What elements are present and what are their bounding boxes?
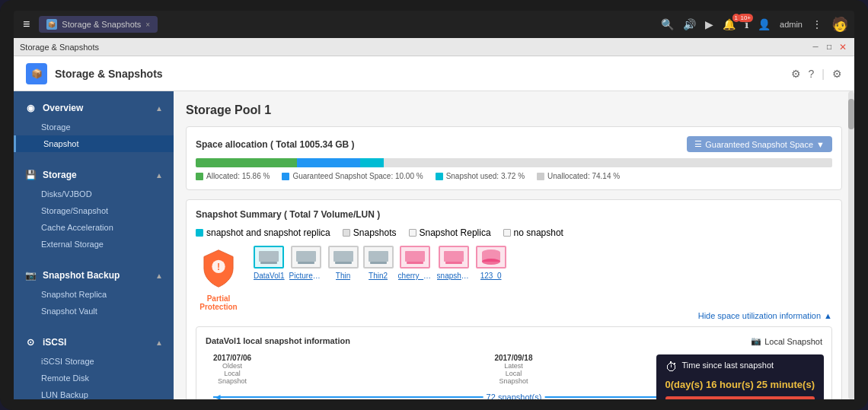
admin-label[interactable]: admin — [780, 20, 803, 29]
header-help-icon[interactable]: ? — [809, 68, 815, 80]
more-options-icon[interactable]: ⋮ — [812, 18, 822, 30]
window-titlebar: Storage & Snapshots ─ □ ✕ — [14, 38, 854, 56]
volume-item-picture[interactable]: Picture_... — [289, 246, 324, 280]
oldest-date-block: 2017/07/06 Oldest Local Snapshot — [213, 354, 251, 385]
minimize-button[interactable]: ─ — [810, 42, 821, 52]
latest-sub: Local — [494, 370, 532, 377]
bell-badge-container[interactable]: 🔔 1 — [723, 18, 736, 30]
volume-item-thin2[interactable]: Thin2 — [363, 246, 394, 280]
legend-unallocated-dot — [537, 173, 544, 180]
volume-item-cherry[interactable]: cherry_V... — [398, 246, 432, 280]
sidebar-item-lunbackup[interactable]: LUN Backup — [14, 386, 174, 399]
sidebar-item-remotedisk[interactable]: Remote Disk — [14, 370, 174, 386]
app-window: Storage & Snapshots ─ □ ✕ 📦 Storage & Sn… — [14, 38, 854, 399]
user-icon[interactable]: 👤 — [758, 18, 771, 30]
maximize-button[interactable]: □ — [824, 42, 834, 52]
no-snapshot-text: no snapshot — [514, 227, 563, 238]
sidebar-group-snapshotbackup[interactable]: 📷 Snapshot Backup ▲ — [14, 265, 174, 286]
legend-snapshot-used-dot — [436, 173, 443, 180]
volume-icon-picture — [291, 246, 321, 269]
snapshotbackup-icon: 📷 — [24, 269, 37, 281]
disk-icon-2 — [295, 249, 318, 265]
svg-rect-2 — [259, 251, 279, 262]
guaranteed-snapshot-button[interactable]: ☰ Guaranteed Snapshot Space ▼ — [687, 136, 832, 152]
latest-label: Latest — [494, 362, 532, 370]
volume-item-123[interactable]: 123_0 — [476, 246, 506, 280]
tooltip-header: ⏱ Time since last snapshot — [665, 361, 815, 374]
svg-point-16 — [482, 259, 500, 265]
snapshot-used-segment — [360, 158, 384, 167]
space-progress-bar — [196, 158, 832, 167]
sidebar-item-snapshotreplica[interactable]: Snapshot Replica — [14, 286, 174, 303]
sidebar-group-iscsi[interactable]: ⊙ iSCSI ▲ — [14, 332, 174, 353]
disk-icon-6 — [442, 249, 465, 265]
sidebar-item-disksvjbod[interactable]: Disks/VJBOD — [14, 186, 174, 202]
volume-icon-thin — [328, 246, 359, 269]
legend-snapshot-replica: Snapshot Replica — [409, 227, 491, 238]
snapshots-text: Snapshots — [353, 227, 397, 238]
device-frame: ≡ 📦 Storage & Snapshots × 🔍 🔊 ▶ 🔔 1 ℹ 10… — [0, 0, 868, 410]
info-badge-container[interactable]: ℹ 10+ — [745, 18, 748, 30]
svg-rect-11 — [407, 262, 423, 264]
playlist-icon[interactable]: ▶ — [705, 18, 713, 30]
volume-item-datavol1[interactable]: DataVol1 — [254, 246, 285, 280]
close-button[interactable]: ✕ — [838, 42, 848, 52]
legend-row: snapshot and snapshot replica Snapshots … — [196, 227, 832, 238]
hamburger-icon[interactable]: ≡ — [20, 14, 33, 34]
svg-rect-3 — [260, 262, 277, 264]
legend-allocated-text: Allocated: 15.86 % — [206, 172, 270, 180]
remotedisk-label: Remote Disk — [41, 373, 89, 383]
sidebar-item-snapshot[interactable]: Snapshot — [14, 135, 174, 152]
search-icon[interactable]: 🔍 — [661, 18, 674, 30]
sidebar-section-storage: 💾 Storage ▲ Disks/VJBOD Storage/Snapshot… — [14, 158, 174, 259]
avatar-icon[interactable]: 🧑 — [831, 16, 848, 33]
latest-date: 2017/09/18 — [494, 354, 532, 362]
volume-label-datavol1[interactable]: DataVol1 — [254, 272, 285, 280]
volume-label-cherry[interactable]: cherry_V... — [398, 272, 432, 280]
snapshot-summary-card: Snapshot Summary ( Total 7 Volume/LUN ) … — [186, 199, 842, 399]
sidebar-item-snapshotvault[interactable]: Snapshot Vault — [14, 303, 174, 319]
partial-protection: ! PartialProtection — [196, 246, 241, 311]
overview-label: Overview — [43, 103, 149, 113]
scrollbar-track[interactable] — [848, 91, 854, 399]
snap-replica-text: snapshot and snapshot replica — [206, 227, 330, 238]
sidebar-item-storagesnapshot[interactable]: Storage/Snapshot — [14, 202, 174, 219]
shield-svg: ! — [199, 249, 238, 288]
snapshot-count-label[interactable]: 72 snapshot(s) — [483, 393, 545, 399]
sidebar-snapshot-label: Snapshot — [43, 139, 78, 148]
sidebar-item-cacheacceleration[interactable]: Cache Acceleration — [14, 219, 174, 236]
taskbar-tab[interactable]: 📦 Storage & Snapshots × — [39, 16, 158, 33]
snapshot-replica-dot — [409, 229, 416, 237]
sidebar-item-iscsistorage[interactable]: iSCSI Storage — [14, 353, 174, 370]
volume-item-snapshot[interactable]: snapsho... — [437, 246, 471, 280]
sidebar-group-storage[interactable]: 💾 Storage ▲ — [14, 164, 174, 186]
take-snapshot-button[interactable]: Take snapshot — [665, 396, 815, 399]
volume-label-thin2[interactable]: Thin2 — [369, 272, 388, 280]
local-snapshot-badge-text: Local Snapshot — [764, 337, 822, 346]
hide-info-button[interactable]: Hide space utilization information ▲ — [196, 311, 832, 320]
oldest-date: 2017/07/06 — [213, 354, 251, 362]
sidebar-section-snapshotbackup: 📷 Snapshot Backup ▲ Snapshot Replica Sna… — [14, 259, 174, 326]
volume-icon-cherry — [400, 246, 430, 269]
header-settings-icon[interactable]: ⚙ — [791, 68, 801, 80]
window-title-label: Storage & Snapshots — [20, 43, 99, 52]
scrollbar-thumb[interactable] — [848, 99, 854, 129]
volume-label-thin[interactable]: Thin — [336, 272, 350, 280]
sidebar-group-overview[interactable]: ◉ Overview ▲ — [14, 97, 174, 119]
disk-icon — [257, 249, 280, 265]
header-config-icon[interactable]: ⚙ — [832, 68, 842, 80]
hide-info-label: Hide space utilization information — [698, 311, 821, 320]
volume-label-snapshot[interactable]: snapsho... — [437, 272, 471, 280]
sidebar-item-externalstorage[interactable]: External Storage — [14, 236, 174, 253]
volume-label-picture[interactable]: Picture_... — [289, 272, 324, 280]
volume-label-123[interactable]: 123_0 — [480, 272, 502, 280]
sidebar-item-storage[interactable]: Storage — [14, 119, 174, 135]
svg-rect-5 — [298, 262, 314, 264]
volumes-grid: DataVol1 Picture_... — [254, 246, 506, 280]
svg-text:!: ! — [217, 262, 220, 272]
svg-rect-12 — [444, 251, 464, 262]
tab-close-icon[interactable]: × — [145, 21, 150, 29]
legend-allocated-dot — [196, 173, 203, 180]
volume-item-thin[interactable]: Thin — [328, 246, 359, 280]
volume-icon[interactable]: 🔊 — [683, 18, 696, 30]
